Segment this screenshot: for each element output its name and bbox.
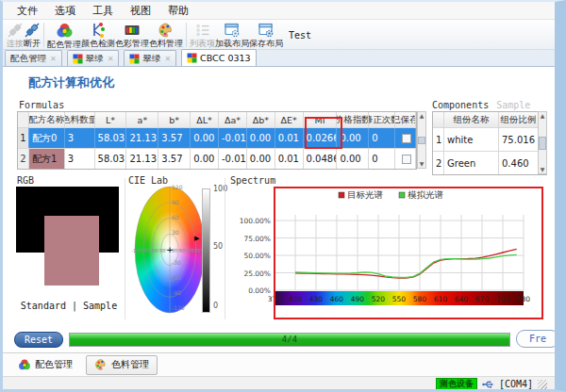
tab-label: 配色管理	[10, 53, 46, 65]
lightness-marker-icon[interactable]: ▶	[194, 235, 199, 242]
column-header-L*[interactable]: L*	[95, 112, 127, 127]
lightness-scale-bar	[202, 188, 210, 313]
formulas-scrollbar[interactable]: ▲▼	[417, 111, 426, 169]
scroll-thumb[interactable]	[539, 137, 546, 150]
component-row[interactable]: 2Green0.460	[433, 151, 546, 174]
tab-翠绿[interactable]: 翠绿✕	[67, 50, 120, 66]
column-header-b*[interactable]: b*	[158, 112, 191, 127]
cell: 0	[369, 149, 395, 169]
bottom-tab-配色管理[interactable]: 配色管理	[10, 355, 80, 375]
toolbar-button-label: 色彩管理	[115, 39, 149, 48]
column-header-价格指数[interactable]: 价格指数	[337, 112, 369, 127]
column-header-Δa*[interactable]: Δa*	[219, 112, 247, 127]
toolbar-button-保存布局[interactable]: 保存布局	[249, 21, 283, 49]
components-tab-label[interactable]: Components	[432, 100, 489, 110]
toolbar-button-色料管理[interactable]: 色料管理	[149, 21, 183, 49]
svg-text:120: 120	[172, 184, 183, 190]
bottom-tab-label: 色料管理	[111, 358, 149, 371]
components-table[interactable]: 组份名称组份比例1white75.0162Green0.460	[432, 111, 547, 175]
component-ratio: 0.460	[499, 152, 539, 174]
content-area: 配方计算和优化 Formulas 配方名称色料数量L*a*b*ΔL*Δa*Δb*…	[3, 67, 555, 352]
menu-item-文件[interactable]: 文件	[8, 2, 46, 20]
cell: 配方1	[29, 149, 65, 169]
toolbar-button-颜色检测[interactable]: 颜色检测	[81, 21, 115, 49]
scroll-thumb[interactable]	[418, 137, 425, 144]
toolbar-button-配色管理[interactable]: 配色管理	[47, 21, 81, 49]
spectrum-chart: 100.00%75.00%50.00%25.00%0.00%3704004304…	[237, 183, 550, 326]
panel-divider	[125, 178, 125, 319]
svg-text:+: +	[166, 245, 174, 254]
component-row[interactable]: 1white75.016	[433, 127, 546, 151]
saved-checkbox[interactable]	[402, 134, 411, 143]
toolbar-button-加载布局[interactable]: 加载布局	[215, 21, 249, 49]
cell: 3.57	[158, 128, 191, 148]
fre-button[interactable]: Fre	[516, 330, 559, 348]
column-header-ΔL*[interactable]: ΔL*	[191, 112, 219, 127]
rgb-panel-label: RGB	[17, 175, 34, 186]
svg-text:-120: -120	[172, 304, 185, 311]
cell: 3.57	[158, 149, 191, 169]
cell: 0.0266	[304, 128, 338, 148]
menu-bar: 文件选项工具视图帮助	[3, 2, 555, 20]
palette-icon	[94, 358, 108, 371]
reset-button[interactable]: Reset	[14, 332, 63, 348]
toolbar-button-色彩管理[interactable]: 色彩管理	[115, 21, 149, 49]
svg-text:120: 120	[191, 248, 201, 253]
svg-text:700: 700	[496, 295, 510, 303]
column-header-MI[interactable]: MI	[304, 112, 338, 127]
tab-CBCC 0313[interactable]: CBCC 0313	[181, 49, 256, 66]
column-header-色料数量[interactable]: 色料数量	[65, 112, 95, 127]
menu-item-视图[interactable]: 视图	[122, 2, 159, 20]
table-row[interactable]: 1配方0358.0321.133.570.00-0.010.000.010.02…	[18, 127, 416, 148]
column-header-修正次数[interactable]: 修正次数	[369, 112, 395, 127]
components-scrollbar[interactable]: ▲▼	[538, 111, 547, 174]
color-film-icon	[124, 22, 141, 39]
scroll-down-icon[interactable]: ▼	[420, 160, 424, 168]
column-header-ΔE*[interactable]: ΔE*	[275, 112, 304, 127]
svg-text:730: 730	[517, 295, 531, 303]
column-header-Δb*[interactable]: Δb*	[247, 112, 275, 127]
menu-item-选项[interactable]: 选项	[46, 2, 84, 20]
resize-grip[interactable]	[538, 380, 547, 389]
tab-close-icon[interactable]: ✕	[108, 55, 114, 63]
column-header-已保存[interactable]: 已保存	[395, 112, 416, 127]
rgb-venn-icon	[18, 358, 31, 371]
svg-text:490: 490	[351, 295, 365, 303]
row-number: 1	[18, 128, 29, 148]
scroll-up-icon[interactable]: ▲	[541, 112, 545, 120]
svg-text:0.00%: 0.00%	[248, 286, 271, 295]
tab-logo-icon	[129, 54, 140, 64]
scroll-up-icon[interactable]: ▲	[420, 112, 424, 120]
bottom-tab-bar: 配色管理色料管理	[3, 352, 555, 376]
svg-text:430: 430	[309, 295, 324, 303]
menu-item-工具[interactable]: 工具	[84, 2, 122, 20]
toolbar-button-列表项: 列表项	[190, 21, 215, 49]
toolbar: 连接断开配色管理颜色检测色彩管理色料管理列表项加载布局保存布局Test	[3, 20, 555, 50]
components-header-row: 组份名称组份比例	[433, 112, 546, 127]
app-window: 文件选项工具视图帮助 连接断开配色管理颜色检测色彩管理色料管理列表项加载布局保存…	[0, 0, 566, 392]
color-detect-icon	[90, 22, 107, 39]
formulas-table[interactable]: 配方名称色料数量L*a*b*ΔL*Δa*Δb*ΔE*MI价格指数修正次数已保存1…	[17, 111, 417, 170]
cell: 0.00	[191, 128, 219, 148]
toolbar-button-label: 断开	[24, 39, 41, 48]
bottom-tab-色料管理[interactable]: 色料管理	[86, 355, 158, 375]
toolbar-button-连接: 连接	[7, 21, 24, 49]
toolbar-button-断开[interactable]: 断开	[24, 21, 41, 49]
lightness-label-0: 0	[213, 302, 218, 310]
saved-checkbox[interactable]	[402, 155, 411, 164]
tab-配色管理[interactable]: 配色管理✕	[5, 50, 62, 66]
scroll-down-icon[interactable]: ▼	[541, 166, 545, 173]
tab-label: 翠绿	[142, 53, 160, 65]
status-bar: 测色设备 [COM4]	[3, 376, 555, 391]
toolbar-button-Test[interactable]: Test	[283, 30, 317, 41]
column-header-配方名称[interactable]: 配方名称	[29, 112, 65, 127]
column-header-a*[interactable]: a*	[126, 112, 158, 127]
tab-close-icon[interactable]: ✕	[164, 55, 171, 63]
menu-item-帮助[interactable]: 帮助	[159, 2, 197, 20]
palette-icon	[158, 22, 175, 39]
column-header-组份名称[interactable]: 组份名称	[444, 112, 499, 127]
column-header-组份比例[interactable]: 组份比例	[499, 112, 539, 127]
tab-翠绿[interactable]: 翠绿✕	[124, 50, 176, 66]
tab-close-icon[interactable]: ✕	[50, 55, 57, 63]
table-row[interactable]: 2配方1358.0321.133.570.00-0.010.000.010.04…	[18, 148, 416, 169]
